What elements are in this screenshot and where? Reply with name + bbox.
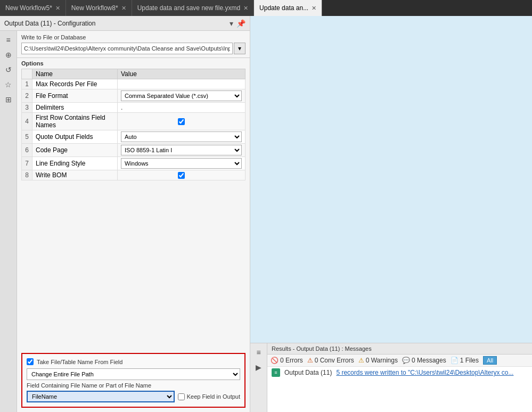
pin-icon[interactable]: 📌 [236, 19, 245, 28]
results-layout: ≡ ▶ Results - Output Data (11) : Message… [250, 343, 532, 412]
row-num-7: 7 [22, 157, 32, 170]
panel-title: Output Data (11) - Configuration [4, 20, 95, 27]
errors-label: 0 Errors [280, 357, 303, 364]
results-sidebar-icon-1[interactable]: ≡ [252, 345, 266, 359]
tab-close-update-active[interactable]: ✕ [312, 5, 316, 12]
row-name-4: First Row Contains Field Names [32, 113, 118, 130]
results-content: Results - Output Data (11) : Messages 🚫 … [267, 343, 532, 412]
line-ending-select[interactable]: Windows [121, 158, 242, 169]
table-row: 4 First Row Contains Field Names [22, 113, 245, 130]
sidebar-icon-refresh[interactable]: ↺ [2, 63, 15, 77]
messages-label: 0 Messages [412, 357, 446, 364]
table-row: 1 Max Records Per File [22, 79, 245, 89]
row-name-8: Write BOM [32, 170, 118, 180]
bottom-section: Take File/Table Name From Field Change E… [21, 353, 245, 408]
keep-field-checkbox[interactable] [178, 393, 185, 400]
tab-workflow8[interactable]: New Workflow8* ✕ [66, 0, 132, 16]
row-value-3: . [118, 103, 245, 113]
file-format-select[interactable]: Comma Separated Value (*.csv) [121, 90, 242, 101]
tab-close-workflow5[interactable]: ✕ [55, 5, 60, 12]
results-panel: ≡ ▶ Results - Output Data (11) : Message… [250, 343, 532, 412]
col-name: Name [32, 69, 118, 79]
row-name-5: Quote Output Fields [32, 130, 118, 144]
write-section: Write to File or Database ▾ [17, 31, 250, 58]
row-value-1 [118, 79, 245, 89]
quote-output-select[interactable]: Auto [121, 131, 242, 142]
keep-field-label: Keep Field in Output [187, 393, 240, 400]
left-sidebar: ≡ ⊕ ↺ ☆ ⊞ [0, 31, 17, 412]
field-containing-label: Field Containing File Name or Part of Fi… [27, 382, 240, 389]
row-value-4 [118, 113, 245, 130]
panel-header-icons: ▾ 📌 [230, 19, 245, 28]
sidebar-icon-star[interactable]: ☆ [2, 78, 15, 92]
file-path-row: ▾ [21, 43, 245, 54]
output-icon: ≡ [272, 368, 280, 377]
tab-update-save[interactable]: Update data and save new file.yxmd ✕ [132, 0, 254, 16]
table-row: 2 File Format Comma Separated Value (*.c… [22, 89, 245, 103]
take-file-checkbox[interactable] [27, 358, 34, 365]
row-num-5: 5 [22, 130, 32, 144]
code-page-select[interactable]: ISO 8859-1 Latin I [121, 145, 242, 155]
files-icon: 📄 [451, 357, 459, 364]
change-path-row: Change Entire File Path Change File Name… [27, 368, 240, 380]
table-row: 5 Quote Output Fields Auto [22, 130, 245, 144]
canvas-area[interactable]: #1 #1 ⚙ Control Par [250, 16, 532, 343]
change-path-select[interactable]: Change Entire File Path Change File Name… [27, 368, 240, 380]
warnings-icon: ⚠ [358, 357, 364, 364]
field-name-select[interactable]: FileName [27, 391, 175, 402]
row-num-6: 6 [22, 144, 32, 157]
row-num-1: 1 [22, 79, 32, 89]
tab-close-workflow8[interactable]: ✕ [121, 5, 126, 12]
file-path-browse-button[interactable]: ▾ [234, 43, 245, 54]
first-row-checkbox[interactable] [178, 118, 185, 125]
results-header: Results - Output Data (11) : Messages [267, 343, 532, 355]
row-value-7: Windows [118, 157, 245, 170]
sidebar-icon-add[interactable]: ⊕ [2, 48, 15, 62]
all-button[interactable]: All [483, 356, 497, 365]
left-panel: Output Data (11) - Configuration ▾ 📌 ≡ ⊕… [0, 16, 250, 412]
file-path-input[interactable] [21, 43, 233, 54]
row-num-2: 2 [22, 89, 32, 103]
row-num-8: 8 [22, 170, 32, 180]
errors-stat: 🚫 0 Errors [271, 357, 303, 364]
sidebar-icon-grid[interactable]: ⊞ [2, 93, 15, 106]
table-row: 6 Code Page ISO 8859-1 Latin I [22, 144, 245, 157]
main-layout: Output Data (11) - Configuration ▾ 📌 ≡ ⊕… [0, 16, 532, 412]
canvas-connections: #1 #1 [250, 16, 532, 343]
delimiter-value: . [121, 104, 122, 111]
col-num [22, 69, 32, 79]
row-value-5: Auto [118, 130, 245, 144]
output-label: Output Data (11) [284, 369, 332, 376]
table-row: 7 Line Ending Style Windows [22, 157, 245, 170]
messages-stat: 💬 0 Messages [402, 357, 446, 364]
files-stat: 📄 1 Files [451, 357, 479, 364]
files-label: 1 Files [460, 357, 479, 364]
write-label: Write to File or Database [21, 34, 245, 40]
table-row: 8 Write BOM [22, 170, 245, 180]
left-inner: ≡ ⊕ ↺ ☆ ⊞ Write to File or Database ▾ Op [0, 31, 250, 412]
tab-update-active[interactable]: Update data an... ✕ [254, 0, 322, 16]
options-section: Options Name Value 1 [17, 58, 250, 351]
write-bom-checkbox[interactable] [178, 172, 185, 179]
results-sidebar-icon-2[interactable]: ▶ [252, 360, 266, 374]
dropdown-icon[interactable]: ▾ [230, 19, 233, 28]
tab-workflow5[interactable]: New Workflow5* ✕ [0, 0, 66, 16]
panel-header: Output Data (11) - Configuration ▾ 📌 [0, 16, 250, 31]
tab-close-update-save[interactable]: ✕ [243, 5, 248, 12]
row-name-3: Delimiters [32, 103, 118, 113]
take-file-row: Take File/Table Name From Field [27, 358, 240, 365]
row-num-4: 4 [22, 113, 32, 130]
results-row: ≡ Output Data (11) 5 records were writte… [267, 367, 532, 378]
errors-icon: 🚫 [271, 357, 279, 364]
keep-field-row: Keep Field in Output [178, 393, 240, 400]
left-content: Write to File or Database ▾ Options Name [17, 31, 250, 412]
row-value-6: ISO 8859-1 Latin I [118, 144, 245, 157]
results-link[interactable]: 5 records were written to "C:\Users\twil… [336, 369, 513, 376]
field-name-row: FileName Keep Field in Output [27, 391, 240, 402]
warnings-label: 0 Warnings [366, 357, 398, 364]
tab-bar: New Workflow5* ✕ New Workflow8* ✕ Update… [0, 0, 532, 16]
conv-errors-stat: ⚠ 0 Conv Errors [307, 357, 354, 364]
row-name-7: Line Ending Style [32, 157, 118, 170]
sidebar-icon-menu[interactable]: ≡ [2, 33, 15, 47]
take-file-label: Take File/Table Name From Field [37, 359, 122, 365]
